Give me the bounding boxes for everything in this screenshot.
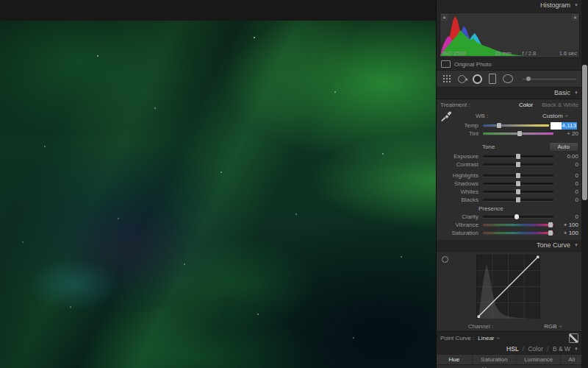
saturation-label: Saturation bbox=[440, 230, 483, 236]
channel-popup-glyph[interactable]: ÷ bbox=[559, 323, 562, 330]
whites-value[interactable]: 0 bbox=[553, 188, 578, 195]
clarity-slider[interactable] bbox=[483, 216, 553, 218]
treatment-label: Treatment : bbox=[440, 102, 470, 108]
targeted-adjustment-icon[interactable] bbox=[442, 256, 448, 263]
tint-value[interactable]: + 20 bbox=[553, 130, 578, 137]
treatment-row: Treatment : Color Black & White bbox=[437, 99, 582, 110]
brush-slider-knob[interactable] bbox=[526, 77, 531, 81]
whites-slider-thumb[interactable] bbox=[516, 189, 520, 194]
tab-saturation[interactable]: Saturation bbox=[473, 355, 517, 364]
temp-label: Temp bbox=[440, 122, 483, 129]
vibrance-value[interactable]: + 100 bbox=[553, 222, 578, 228]
vibrance-slider-thumb[interactable] bbox=[548, 222, 553, 227]
whites-slider[interactable] bbox=[483, 191, 553, 193]
point-curve-value[interactable]: Linear bbox=[478, 335, 494, 342]
tint-slider[interactable] bbox=[483, 132, 553, 135]
hsl-mode[interactable]: HSL bbox=[506, 345, 518, 353]
collapse-triangle-icon[interactable]: ▼ bbox=[574, 0, 578, 11]
treatment-bw-option[interactable]: Black & White bbox=[542, 102, 578, 108]
red-eye-correction-icon[interactable] bbox=[473, 74, 482, 84]
color-mode[interactable]: Color bbox=[528, 345, 542, 353]
shadows-slider[interactable] bbox=[483, 183, 553, 185]
clarity-value[interactable]: 0 bbox=[553, 213, 578, 220]
spot-removal-icon[interactable] bbox=[458, 75, 466, 83]
temp-slider-thumb[interactable] bbox=[497, 123, 501, 128]
auto-tone-button[interactable]: Auto bbox=[549, 142, 578, 152]
blacks-slider-thumb[interactable] bbox=[516, 197, 520, 202]
radial-filter-icon[interactable] bbox=[503, 74, 513, 83]
clarity-slider-thumb[interactable] bbox=[514, 214, 519, 219]
temp-value-field-wrap: 4,113 bbox=[549, 122, 578, 130]
tab-all[interactable]: All bbox=[561, 355, 582, 364]
iso-value: ISO 2500 bbox=[442, 50, 466, 57]
highlight-clipping-indicator-icon[interactable]: ▲ bbox=[572, 14, 578, 21]
exposure-slider[interactable] bbox=[483, 155, 553, 158]
collapse-triangle-icon[interactable]: ▼ bbox=[574, 344, 578, 354]
saturation-slider[interactable] bbox=[483, 232, 553, 234]
presence-label: Presence bbox=[478, 205, 503, 212]
channel-value[interactable]: RGB÷ bbox=[544, 323, 562, 330]
aurora-photo[interactable] bbox=[0, 21, 436, 368]
highlights-slider[interactable] bbox=[483, 174, 553, 177]
lightroom-develop-window: Histogram ▼ ▲ ▲ ISO 2500 15 mm f / 2.8 1 bbox=[0, 0, 588, 368]
presence-section-header: Presence bbox=[437, 204, 582, 213]
exposure-value[interactable]: 0.00 bbox=[553, 153, 578, 160]
highlights-slider-thumb[interactable] bbox=[516, 173, 520, 178]
hue-section-label: Hue bbox=[482, 366, 493, 368]
blacks-slider[interactable] bbox=[483, 199, 553, 201]
basic-panel-header[interactable]: Basic ▼ bbox=[437, 88, 582, 99]
scrollbar-thumb[interactable] bbox=[582, 65, 587, 200]
blacks-value[interactable]: 0 bbox=[553, 197, 578, 203]
contrast-value[interactable]: 0 bbox=[553, 161, 578, 168]
vibrance-slider[interactable] bbox=[483, 224, 553, 226]
curve-point-highlight[interactable] bbox=[537, 256, 539, 259]
shadows-label: Shadows bbox=[440, 180, 483, 187]
original-photo-row: Original Photo bbox=[437, 58, 582, 70]
highlights-value[interactable]: 0 bbox=[553, 172, 578, 179]
wb-preset-value[interactable]: Custom bbox=[542, 113, 563, 119]
histogram-panel-header[interactable]: Histogram ▼ bbox=[437, 0, 582, 11]
highlights-slider-row: Highlights 0 bbox=[437, 171, 582, 180]
wb-eyedropper-icon[interactable] bbox=[440, 110, 452, 121]
panel-scrollbar[interactable] bbox=[581, 0, 588, 368]
tint-label: Tint bbox=[440, 130, 483, 137]
curve-point-shadow[interactable] bbox=[478, 316, 481, 319]
treatment-color-option[interactable]: Color bbox=[519, 102, 533, 108]
contrast-slider-thumb[interactable] bbox=[516, 162, 520, 167]
temp-value-input[interactable]: 4,113 bbox=[551, 122, 577, 130]
saturation-slider-thumb[interactable] bbox=[548, 230, 553, 236]
shadows-value[interactable]: 0 bbox=[553, 180, 578, 187]
shadow-clipping-indicator-icon[interactable]: ▲ bbox=[441, 14, 448, 21]
hsl-panel-header[interactable]: HSL / Color / B & W ▼ bbox=[437, 344, 582, 354]
whites-slider-row: Whites 0 bbox=[437, 188, 582, 196]
tool-strip bbox=[437, 70, 582, 88]
exposure-slider-row: Exposure 0.00 bbox=[437, 152, 582, 160]
tab-hue[interactable]: Hue bbox=[437, 355, 473, 364]
bw-mode[interactable]: B & W bbox=[553, 345, 570, 353]
contrast-slider[interactable] bbox=[483, 163, 553, 166]
exposure-slider-thumb[interactable] bbox=[516, 154, 520, 159]
point-curve-popup-glyph[interactable]: ÷ bbox=[497, 335, 500, 342]
clarity-slider-row: Clarity 0 bbox=[437, 213, 582, 221]
saturation-value[interactable]: + 100 bbox=[553, 230, 578, 236]
shadows-slider-thumb[interactable] bbox=[516, 181, 520, 186]
crop-overlay-icon[interactable] bbox=[442, 74, 451, 83]
temp-slider[interactable] bbox=[483, 124, 549, 127]
tone-curve-panel-header[interactable]: Tone Curve ▼ bbox=[437, 240, 582, 251]
collapse-triangle-icon[interactable]: ▼ bbox=[574, 88, 578, 99]
graduated-filter-icon[interactable] bbox=[489, 74, 496, 84]
tone-curve-editor[interactable] bbox=[476, 255, 540, 319]
photo-canvas[interactable] bbox=[0, 0, 436, 368]
saturation-slider-row: Saturation + 100 bbox=[437, 229, 582, 237]
white-balance-row: WB : Custom ÷ bbox=[437, 110, 582, 121]
edit-point-curve-icon[interactable] bbox=[569, 333, 578, 343]
develop-right-panel: Histogram ▼ ▲ ▲ ISO 2500 15 mm f / 2.8 1 bbox=[436, 0, 588, 368]
adjustment-brush-slider[interactable] bbox=[523, 79, 576, 79]
wb-popup-glyph[interactable]: ÷ bbox=[565, 113, 568, 119]
stars bbox=[0, 21, 1, 22]
original-photo-label: Original Photo bbox=[454, 61, 492, 68]
tab-luminance[interactable]: Luminance bbox=[517, 355, 561, 364]
histogram-display[interactable]: ▲ ▲ ISO 2500 15 mm f / 2.8 1.6 sec bbox=[440, 13, 580, 58]
collapse-triangle-icon[interactable]: ▼ bbox=[574, 240, 578, 251]
tint-slider-thumb[interactable] bbox=[517, 131, 522, 136]
